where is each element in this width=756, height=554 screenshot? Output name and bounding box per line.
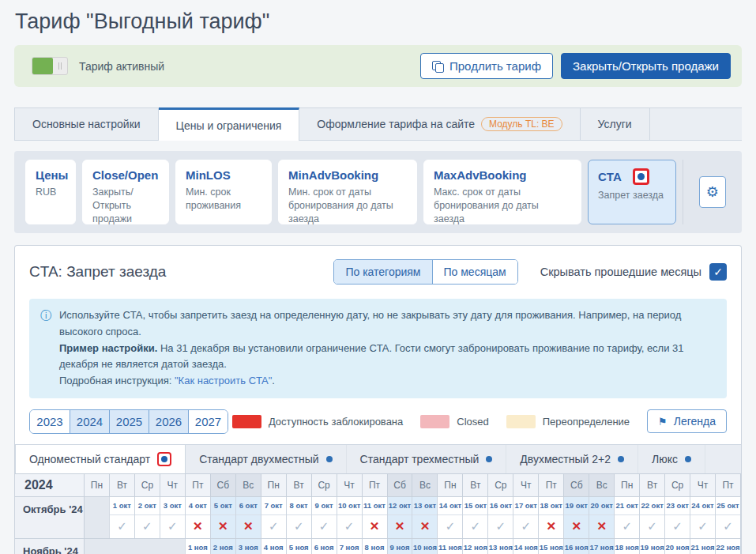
day-cell[interactable]: 20 ноя✓ bbox=[665, 539, 690, 554]
day-cell[interactable]: 6 ноя✓ bbox=[312, 539, 337, 554]
restriction-card-cta[interactable]: CTAЗапрет заезда bbox=[588, 160, 676, 224]
year-button-2027[interactable]: 2027 bbox=[188, 410, 228, 433]
day-cell[interactable]: 19 окт✕ bbox=[564, 497, 589, 538]
weekday-header: Ср bbox=[135, 474, 160, 496]
month-label: Ноябрь '24 bbox=[15, 539, 85, 554]
hide-past-months-checkbox[interactable]: ✓ bbox=[709, 263, 727, 281]
module-badge: Модуль TL: BE bbox=[481, 117, 562, 131]
restriction-card-min-adv-booking[interactable]: MinAdvBookingМин. срок от даты бронирова… bbox=[278, 160, 417, 224]
open-check-icon: ✓ bbox=[337, 515, 362, 538]
extend-tariff-button[interactable]: Продлить тариф bbox=[420, 53, 553, 79]
day-cell[interactable]: 3 ноя✕ bbox=[236, 539, 261, 554]
day-cell[interactable]: 5 окт✕ bbox=[211, 497, 236, 538]
copy-icon bbox=[432, 61, 443, 72]
card-title: MaxAdvBooking bbox=[434, 168, 571, 182]
category-dot-icon bbox=[486, 456, 492, 462]
day-cell[interactable]: 4 ноя✓ bbox=[261, 539, 287, 554]
day-cell[interactable]: 15 ноя✕ bbox=[539, 539, 564, 554]
how-to-configure-cta-link[interactable]: "Как настроить CTA" bbox=[175, 375, 272, 386]
day-cell[interactable]: 7 окт✓ bbox=[261, 497, 287, 538]
day-cell[interactable]: 18 окт✕ bbox=[539, 497, 564, 538]
day-cell[interactable]: 8 ноя✕ bbox=[363, 539, 388, 554]
day-cell[interactable]: 21 ноя✓ bbox=[690, 539, 716, 554]
restriction-card-minlos[interactable]: MinLOSМин. срок проживания bbox=[175, 160, 272, 224]
day-cell[interactable]: 1 ноя✕ bbox=[186, 539, 211, 554]
day-cell[interactable]: 19 ноя✓ bbox=[640, 539, 665, 554]
day-cell[interactable]: 11 ноя✓ bbox=[438, 539, 463, 554]
restriction-card-close-open[interactable]: Close/OpenЗакрыть/Открыть продажи bbox=[82, 160, 169, 224]
category-tab-double-standard[interactable]: Стандарт двухместный bbox=[186, 445, 346, 473]
day-cell[interactable]: 9 ноя✕ bbox=[388, 539, 413, 554]
day-date-label: 18 ноя bbox=[615, 539, 639, 554]
restriction-card-max-adv-booking[interactable]: MaxAdvBookingМакс. срок от даты брониров… bbox=[423, 160, 581, 224]
day-cell[interactable]: 4 окт✕ bbox=[186, 497, 211, 538]
day-cell[interactable]: 9 окт✓ bbox=[312, 497, 337, 538]
category-tabs: Одноместный стандартСтандарт двухместный… bbox=[15, 444, 741, 473]
day-date-label: 3 ноя bbox=[236, 539, 261, 554]
day-cell[interactable]: 7 ноя✓ bbox=[337, 539, 363, 554]
category-tab-single-standard[interactable]: Одноместный стандарт bbox=[15, 445, 186, 473]
day-cell[interactable]: 2 ноя✕ bbox=[211, 539, 236, 554]
day-cell[interactable]: 16 ноя✕ bbox=[564, 539, 589, 554]
tab-basic-settings[interactable]: Основные настройки bbox=[14, 108, 159, 140]
selected-marker-icon bbox=[633, 168, 649, 185]
weekday-header: Пн bbox=[438, 474, 463, 496]
view-toggle-by-months[interactable]: По месяцам bbox=[432, 260, 517, 284]
weekday-header: Пт bbox=[716, 474, 741, 496]
day-cell[interactable]: 12 ноя✓ bbox=[463, 539, 488, 554]
restrictions-settings-button[interactable]: ⚙ bbox=[699, 176, 726, 208]
view-toggle-by-categories[interactable]: По категориям bbox=[334, 260, 431, 284]
day-cell[interactable]: 11 окт✕ bbox=[363, 497, 388, 538]
tab-label: Услуги bbox=[598, 118, 632, 130]
day-cell[interactable]: 6 окт✕ bbox=[236, 497, 261, 538]
day-cell[interactable]: 5 ноя✓ bbox=[287, 539, 312, 554]
tariff-active-toggle[interactable] bbox=[32, 57, 68, 75]
year-button-2026[interactable]: 2026 bbox=[149, 410, 188, 433]
day-cell[interactable]: 14 окт✓ bbox=[438, 497, 463, 538]
day-cell[interactable]: 17 ноя✕ bbox=[589, 539, 615, 554]
day-cell[interactable]: 13 ноя✓ bbox=[488, 539, 513, 554]
day-cell[interactable]: 18 ноя✓ bbox=[615, 539, 640, 554]
tab-services[interactable]: Услуги bbox=[581, 108, 650, 140]
day-cell[interactable]: 12 окт✕ bbox=[388, 497, 413, 538]
day-cell[interactable]: 25 окт✓ bbox=[716, 497, 741, 538]
day-date-label: 4 ноя bbox=[261, 539, 286, 554]
close-open-sales-button[interactable]: Закрыть/Открыть продажи bbox=[561, 53, 731, 79]
blocked-x-icon: ✕ bbox=[589, 515, 614, 538]
day-date-label: 4 окт bbox=[186, 497, 210, 515]
day-cell[interactable]: 8 окт✓ bbox=[287, 497, 312, 538]
year-button-2024[interactable]: 2024 bbox=[70, 410, 109, 433]
day-cell[interactable]: 16 окт✓ bbox=[488, 497, 513, 538]
legend-button[interactable]: ⚑ Легенда bbox=[647, 409, 727, 433]
day-cell[interactable]: 22 окт✓ bbox=[640, 497, 665, 538]
restriction-card-prices[interactable]: ЦеныRUB bbox=[25, 160, 76, 224]
day-cell[interactable]: 23 окт✓ bbox=[665, 497, 690, 538]
tab-site-appearance[interactable]: Оформление тарифа на сайтеМодуль TL: BE bbox=[299, 108, 580, 140]
day-cell[interactable]: 10 ноя✕ bbox=[412, 539, 438, 554]
day-date-label: 16 окт bbox=[488, 497, 513, 515]
card-subtitle: Мин. срок от даты бронирования до даты з… bbox=[288, 186, 407, 226]
blocked-x-icon: ✕ bbox=[363, 515, 387, 538]
day-cell[interactable]: 22 ноя✓ bbox=[716, 539, 741, 554]
day-cell[interactable]: 20 окт✕ bbox=[589, 497, 615, 538]
open-check-icon: ✓ bbox=[716, 515, 740, 538]
tab-prices-restrictions[interactable]: Цены и ограничения bbox=[159, 107, 300, 141]
day-cell[interactable]: 14 ноя✓ bbox=[513, 539, 539, 554]
day-cell[interactable]: 17 окт✓ bbox=[513, 497, 539, 538]
year-button-2023[interactable]: 2023 bbox=[30, 410, 70, 433]
category-tab-triple-standard[interactable]: Стандарт трехместный bbox=[347, 445, 507, 473]
day-cell[interactable]: 3 окт✓ bbox=[160, 497, 186, 538]
year-button-2025[interactable]: 2025 bbox=[109, 410, 149, 433]
category-tab-double-2plus2[interactable]: Двухместный 2+2 bbox=[506, 445, 638, 473]
day-cell[interactable]: 1 окт✓ bbox=[110, 497, 135, 538]
day-cell[interactable]: 2 окт✓ bbox=[135, 497, 160, 538]
day-cell[interactable]: 13 окт✕ bbox=[412, 497, 438, 538]
cta-info-box: ⓘ Используйте CTA, чтобы запретить заезд… bbox=[29, 299, 727, 398]
day-cell[interactable]: 21 окт✓ bbox=[615, 497, 640, 538]
day-cell[interactable]: 15 окт✓ bbox=[463, 497, 488, 538]
year-selector: 20232024202520262027 bbox=[29, 409, 228, 434]
day-cell[interactable]: 24 окт✓ bbox=[690, 497, 716, 538]
day-cell[interactable]: 10 окт✓ bbox=[337, 497, 363, 538]
selected-marker-icon bbox=[157, 452, 171, 466]
category-tab-lux[interactable]: Люкс bbox=[638, 445, 705, 473]
